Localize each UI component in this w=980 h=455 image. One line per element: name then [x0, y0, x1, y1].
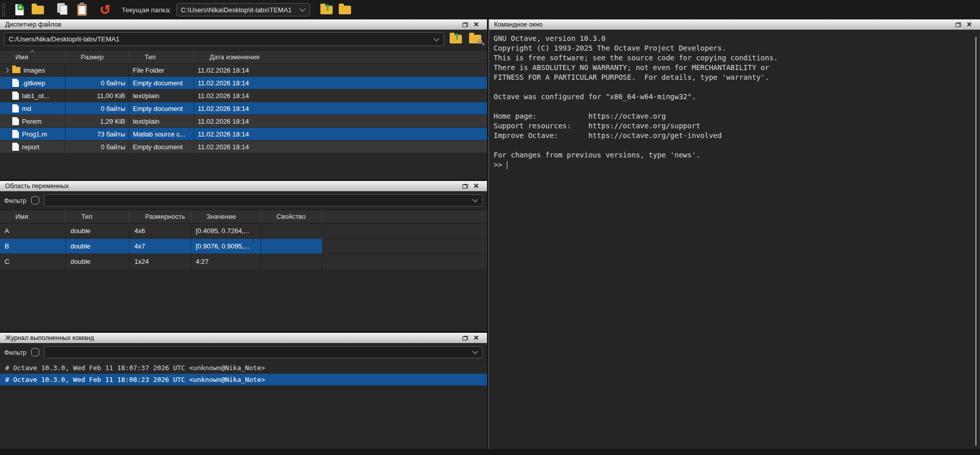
column-header-label: Значение — [206, 213, 236, 220]
terminal-area[interactable]: GNU Octave, version 10.3.0 Copyright (C)… — [489, 30, 980, 449]
variable-row[interactable]: Cdouble1x244:27 — [0, 254, 487, 269]
file-name-cell: report — [0, 141, 65, 153]
file-type-cell: File Folder — [129, 64, 194, 76]
current-folder-combobox[interactable]: C:\Users\Nika\Desktop\it-labs\TEMA1 — [176, 3, 310, 16]
column-header[interactable]: Дата изменения — [194, 51, 487, 63]
workspace-filter-checkbox[interactable] — [31, 196, 39, 204]
history-filter-row: Фильтр — [0, 343, 487, 361]
file-modified-cell: 11.02.2026 18:14 — [194, 128, 487, 140]
history-entry[interactable]: # Octave 10.3.0, Wed Feb 11 18:08:23 202… — [0, 374, 487, 385]
command-window-titlebar[interactable]: Командное окно × — [489, 19, 980, 30]
toolbar-drag-handle[interactable] — [2, 3, 5, 16]
new-script-icon: + — [15, 4, 24, 15]
vertical-scrollbar[interactable] — [975, 37, 976, 446]
column-header[interactable]: Размер — [65, 51, 129, 63]
file-name-cell: lab1_ot... — [0, 89, 65, 102]
file-row[interactable]: md0 байтыEmpty document11.02.2026 18:14 — [0, 102, 487, 115]
one-directory-up-button[interactable]: ↑ — [448, 33, 463, 46]
file-path-combobox[interactable]: C:/Users/Nika/Desktop/it-labs/TEMA1 — [4, 32, 444, 46]
file-size-cell: 0 байты — [65, 77, 129, 89]
file-path-value: C:/Users/Nika/Desktop/it-labs/TEMA1 — [9, 35, 429, 43]
file-row[interactable]: Perem1,29 KiBtext/plain11.02.2026 18:14 — [0, 115, 487, 128]
column-header[interactable] — [322, 210, 487, 223]
file-table-header: ИмяРазмерТипДата изменения — [0, 50, 487, 64]
chevron-down-icon — [433, 35, 439, 41]
file-name: Prog1.m — [22, 130, 47, 138]
panel-title: Диспетчер файлов — [5, 21, 459, 28]
column-header[interactable]: Размерность — [130, 210, 191, 223]
file-type-cell: Empty document — [129, 141, 194, 153]
file-row[interactable]: lab1_ot...11,00 KiBtext/plain11.02.2026 … — [0, 89, 487, 102]
file-type-cell: Empty document — [129, 77, 194, 89]
file-row[interactable]: Prog1.m73 байтыMatlab source c...11.02.2… — [0, 128, 487, 141]
file-name: Perem — [22, 118, 41, 125]
paste-button[interactable] — [73, 2, 91, 18]
file-name: lab1_ot... — [22, 92, 50, 100]
file-browser-panel: Диспетчер файлов × C:/Users/Nika/Desktop… — [0, 19, 487, 179]
file-name-cell: Prog1.m — [0, 128, 65, 140]
undock-button[interactable] — [459, 333, 471, 343]
file-size-cell: 73 байты — [65, 128, 129, 140]
open-file-button[interactable] — [29, 2, 47, 18]
close-button[interactable]: × — [964, 20, 975, 29]
file-browser-path-row: C:/Users/Nika/Desktop/it-labs/TEMA1 ↑ ⚙▾ — [0, 30, 487, 48]
file-type-cell: Empty document — [129, 102, 194, 115]
octave-main-window: + ↺ Текущая папка: C:\Users\Nika\Desktop… — [0, 0, 980, 455]
copy-button[interactable] — [54, 2, 73, 18]
file-size-cell: 1,29 KiB — [65, 115, 129, 127]
undock-icon — [462, 336, 468, 340]
column-header[interactable]: Значение — [191, 210, 261, 223]
column-header-label: Имя — [15, 213, 28, 220]
command-history-panel: Журнал выполненных команд × Фильтр # Oct… — [0, 333, 487, 449]
current-folder-value: C:\Users\Nika\Desktop\it-labs\TEMA1 — [181, 6, 295, 14]
undock-icon — [462, 184, 468, 189]
folder-actions-button[interactable]: ⚙▾ — [468, 33, 483, 46]
undo-button[interactable]: ↺ — [96, 2, 114, 18]
browse-folder-button[interactable] — [336, 2, 354, 18]
column-header[interactable]: Тип — [129, 51, 194, 63]
variable-value-cell: 4:27 — [191, 254, 261, 269]
history-filter-combobox[interactable] — [44, 346, 483, 358]
undo-icon: ↺ — [100, 3, 111, 16]
sort-ascending-icon — [30, 50, 34, 54]
variable-name-cell: C — [0, 254, 66, 269]
indent-spacer — [4, 106, 9, 111]
folder-up-button[interactable]: ↑ — [317, 2, 336, 18]
command-window-panel: Командное окно × GNU Octave, version 10.… — [488, 19, 980, 449]
workspace-filter-row: Фильтр — [0, 191, 487, 209]
close-icon: × — [474, 182, 479, 190]
history-filter-checkbox[interactable] — [31, 348, 39, 356]
file-modified-cell: 11.02.2026 18:14 — [194, 115, 487, 127]
undock-button[interactable] — [459, 181, 471, 191]
column-header[interactable]: Тип — [66, 210, 130, 223]
column-header[interactable]: Имя — [0, 210, 66, 223]
variable-row[interactable]: Adouble4x6[0.4095, 0.7264,... — [0, 223, 487, 239]
file-modified-cell: 11.02.2026 18:14 — [194, 77, 487, 89]
copy-icon — [60, 5, 67, 15]
workspace-titlebar[interactable]: Область переменных × — [0, 181, 487, 191]
column-header[interactable]: Имя — [0, 51, 65, 63]
close-button[interactable]: × — [471, 333, 482, 343]
command-prompt[interactable]: >> — [494, 160, 968, 170]
column-header[interactable]: Свойство — [261, 210, 322, 223]
paste-icon — [77, 4, 87, 16]
undock-button[interactable] — [459, 20, 471, 29]
file-browser-titlebar[interactable]: Диспетчер файлов × — [0, 19, 487, 30]
file-type-cell: Matlab source c... — [129, 128, 194, 140]
variable-row[interactable]: Bdouble4x7[0.9076, 0.9095,... — [0, 239, 487, 254]
close-button[interactable]: × — [471, 181, 482, 191]
file-row[interactable]: report0 байтыEmpty document11.02.2026 18… — [0, 141, 487, 153]
workspace-filter-combobox[interactable] — [44, 194, 483, 207]
file-row[interactable]: .gitkeep0 байтыEmpty document11.02.2026 … — [0, 77, 487, 89]
history-titlebar[interactable]: Журнал выполненных команд × — [0, 333, 487, 343]
workspace-panel: Область переменных × Фильтр ИмяТипРазмер… — [0, 181, 487, 331]
file-icon — [12, 92, 19, 100]
undock-button[interactable] — [952, 20, 964, 29]
history-entry[interactable]: # Octave 10.3.0, Wed Feb 11 18:07:37 202… — [0, 362, 487, 374]
file-row[interactable]: imagesFile Folder11.02.2026 18:14 — [0, 64, 487, 77]
close-button[interactable]: × — [471, 20, 482, 29]
expand-chevron-icon[interactable] — [4, 67, 9, 73]
column-header-label: Свойство — [276, 213, 306, 220]
history-list: # Octave 10.3.0, Wed Feb 11 18:07:37 202… — [0, 362, 487, 385]
new-script-button[interactable]: + — [10, 2, 29, 18]
